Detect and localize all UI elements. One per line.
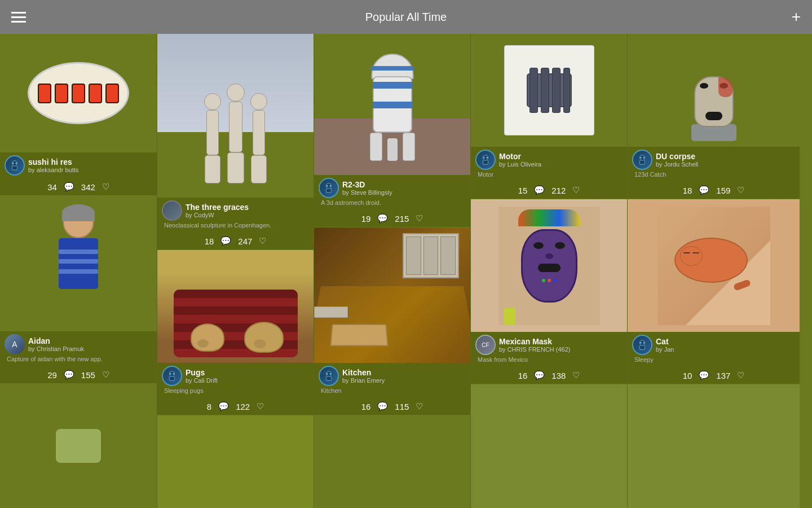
svg-rect-1 xyxy=(12,166,17,170)
cat-avatar xyxy=(632,335,652,355)
comment-icon: 💬 xyxy=(699,185,709,195)
sushi-comments-count: 34 xyxy=(47,182,57,192)
kitchen-stats: 16 💬 115 ♡ xyxy=(314,398,470,415)
comment-icon: 💬 xyxy=(377,401,388,411)
svg-point-14 xyxy=(326,373,328,375)
menu-button[interactable] xyxy=(11,12,26,23)
motor-stats: 15 💬 212 ♡ xyxy=(471,182,627,199)
comment-icon: 💬 xyxy=(218,401,229,411)
graces-author: by CodyW xyxy=(186,212,249,218)
mask-desc: Mask from Mexico xyxy=(475,355,623,364)
motor-likes-count: 212 xyxy=(551,186,566,195)
pugs-info-bar: Pugs by Cali Drift Sleeping pugs xyxy=(157,363,314,398)
tile-r2d2[interactable]: R2-3D by Steve Billingsly A 3d astromech… xyxy=(314,34,470,227)
main-grid: sushi hi res by aleksandr butts 34 💬 342… xyxy=(0,34,812,508)
tile-kitchen[interactable]: Kitchen by Brian Emery Kitchen 16 💬 115 … xyxy=(314,227,470,415)
cat-comments-count: 10 xyxy=(683,371,692,380)
tile-col1-bottom[interactable] xyxy=(0,384,157,508)
aidan-info-bar: A Aidan by Christian Pramuk Capture of a… xyxy=(0,331,157,366)
svg-rect-17 xyxy=(483,160,488,164)
tile-mexican-mask[interactable]: CF Mexican Mask by CHRIS FRENCH (462) Ma… xyxy=(471,199,627,384)
cat-stats: 10 💬 137 ♡ xyxy=(628,367,800,384)
app-header: Popular All Time + xyxy=(0,0,812,34)
corpse-author: by Jordu Schell xyxy=(656,161,698,168)
svg-rect-13 xyxy=(326,376,331,380)
graces-avatar xyxy=(162,200,182,221)
cat-info-bar: Cat by Jan Sleepy xyxy=(628,332,800,367)
comment-icon: 💬 xyxy=(377,213,388,224)
heart-icon: ♡ xyxy=(572,370,580,380)
mask-stats: 16 💬 138 ♡ xyxy=(471,367,627,384)
svg-point-10 xyxy=(326,185,328,187)
tile-col2-bottom[interactable] xyxy=(157,415,314,508)
tile-sushi[interactable]: sushi hi res by aleksandr butts 34 💬 342… xyxy=(0,34,157,195)
col-3: R2-3D by Steve Billingsly A 3d astromech… xyxy=(314,34,470,508)
aidan-author: by Christian Pramuk xyxy=(28,345,84,352)
pugs-title: Pugs xyxy=(186,368,218,377)
r2d2-info-bar: R2-3D by Steve Billingsly A 3d astromech… xyxy=(314,175,470,210)
pugs-desc: Sleeping pugs xyxy=(162,386,309,395)
col-2: The three graces by CodyW Neoclassical s… xyxy=(157,34,314,508)
corpse-desc: 123d Catch xyxy=(632,170,795,179)
svg-point-22 xyxy=(640,157,642,159)
heart-icon: ♡ xyxy=(737,370,744,380)
tile-col4-bottom[interactable] xyxy=(471,384,627,508)
sushi-stats: 34 💬 342 ♡ xyxy=(0,178,157,195)
heart-icon: ♡ xyxy=(416,401,423,411)
svg-rect-21 xyxy=(639,160,645,164)
page-title: Popular All Time xyxy=(365,11,447,24)
aidan-likes-count: 155 xyxy=(81,370,95,380)
col-1: sushi hi res by aleksandr butts 34 💬 342… xyxy=(0,34,157,508)
aidan-avatar: A xyxy=(5,334,25,354)
heart-icon: ♡ xyxy=(257,401,264,411)
corpse-stats: 18 💬 159 ♡ xyxy=(628,182,800,199)
aidan-title: Aidan xyxy=(28,336,84,345)
corpse-title: DU corpse xyxy=(656,152,698,161)
svg-point-11 xyxy=(329,185,331,187)
heart-icon: ♡ xyxy=(259,236,266,246)
r2d2-stats: 19 💬 215 ♡ xyxy=(314,210,470,227)
sushi-author: by aleksandr butts xyxy=(28,167,78,173)
tile-col5-bottom[interactable] xyxy=(628,384,800,508)
kitchen-author: by Brian Emery xyxy=(342,377,385,384)
tile-three-graces[interactable]: The three graces by CodyW Neoclassical s… xyxy=(157,34,314,249)
kitchen-desc: Kitchen xyxy=(319,386,466,395)
comment-icon: 💬 xyxy=(534,370,545,380)
svg-point-27 xyxy=(643,342,645,344)
motor-comments-count: 15 xyxy=(518,186,528,195)
mask-avatar: CF xyxy=(475,335,496,355)
r2d2-avatar xyxy=(319,178,339,198)
svg-rect-25 xyxy=(639,345,645,349)
kitchen-info-bar: Kitchen by Brian Emery Kitchen xyxy=(314,363,470,398)
comment-icon: 💬 xyxy=(534,185,545,195)
graces-stats: 18 💬 247 ♡ xyxy=(157,233,314,249)
tile-pugs[interactable]: Pugs by Cali Drift Sleeping pugs 8 💬 122… xyxy=(157,250,314,415)
graces-info-bar: The three graces by CodyW Neoclassical s… xyxy=(157,198,314,233)
add-button[interactable]: + xyxy=(792,8,801,26)
comment-icon: 💬 xyxy=(64,370,74,380)
tile-cat[interactable]: Cat by Jan Sleepy 10 💬 137 ♡ xyxy=(628,199,800,384)
tile-aidan[interactable]: A Aidan by Christian Pramuk Capture of a… xyxy=(0,196,157,383)
pugs-likes-count: 122 xyxy=(236,402,250,411)
mask-author: by CHRIS FRENCH (462) xyxy=(499,346,571,353)
motor-desc: Motor xyxy=(475,170,623,179)
tile-du-corpse[interactable]: DU corpse by Jordu Schell 123d Catch 18 … xyxy=(628,34,800,199)
comment-icon: 💬 xyxy=(699,370,709,380)
aidan-comments-count: 29 xyxy=(47,370,57,380)
heart-icon: ♡ xyxy=(102,370,109,380)
heart-icon: ♡ xyxy=(737,185,744,195)
cat-likes-count: 137 xyxy=(716,371,730,380)
heart-icon: ♡ xyxy=(572,185,580,195)
tile-col3-bottom[interactable] xyxy=(314,415,470,508)
motor-title: Motor xyxy=(499,152,541,161)
heart-icon: ♡ xyxy=(102,182,109,192)
svg-point-15 xyxy=(329,373,331,375)
sushi-title: sushi hi res xyxy=(28,157,78,167)
svg-rect-5 xyxy=(169,376,174,380)
pugs-stats: 8 💬 122 ♡ xyxy=(157,398,314,415)
pugs-author: by Cali Drift xyxy=(186,377,218,384)
col-4: Motor by Luis Oliveira Motor 15 💬 212 ♡ xyxy=(470,34,627,508)
comment-icon: 💬 xyxy=(64,182,74,192)
corpse-avatar xyxy=(632,150,652,170)
tile-motor[interactable]: Motor by Luis Oliveira Motor 15 💬 212 ♡ xyxy=(471,34,627,199)
